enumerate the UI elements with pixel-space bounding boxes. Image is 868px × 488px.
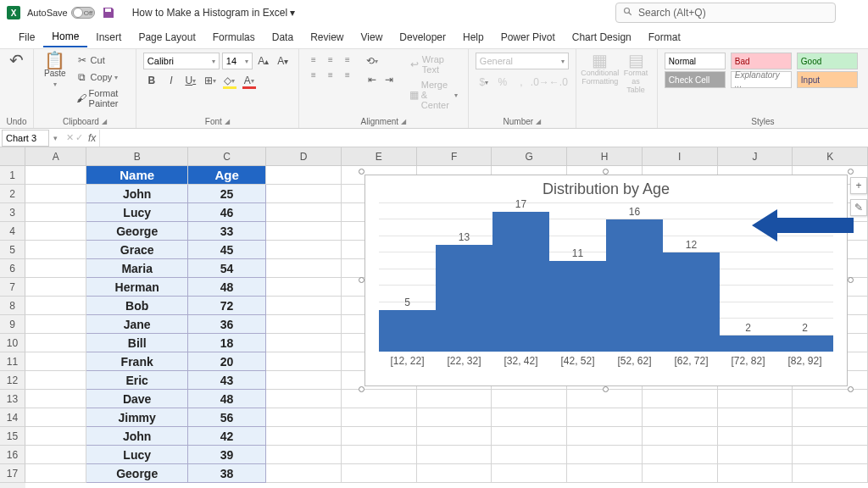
tab-review[interactable]: Review	[302, 28, 352, 47]
cell[interactable]	[342, 446, 417, 464]
cell[interactable]	[266, 278, 342, 297]
cell[interactable]	[492, 464, 567, 483]
tab-insert[interactable]: Insert	[87, 28, 130, 47]
cell[interactable]: John	[86, 427, 187, 446]
format-as-table-button[interactable]: ▤Format as Table	[620, 53, 652, 96]
cell[interactable]	[643, 408, 718, 427]
chart-bar[interactable]: 11	[549, 203, 606, 352]
dec-decimal-button[interactable]: ←.0	[550, 74, 567, 91]
fill-color-button[interactable]: ◇▾	[221, 72, 238, 89]
cell[interactable]: 25	[188, 185, 266, 203]
cell[interactable]	[25, 166, 86, 185]
cell[interactable]: 38	[188, 464, 266, 483]
cell[interactable]	[25, 185, 86, 203]
cell[interactable]	[25, 297, 86, 315]
font-name-select[interactable]: Calibri▾	[143, 53, 220, 69]
cell[interactable]	[342, 427, 417, 446]
dialog-launcher-icon[interactable]: ◢	[102, 118, 107, 125]
cell[interactable]: 42	[188, 427, 266, 446]
wrap-text-button[interactable]: ↩Wrap Text	[406, 53, 461, 76]
cell-style-check-cell[interactable]: Check Cell	[665, 71, 726, 88]
column-header[interactable]: I	[643, 147, 718, 166]
cell[interactable]	[25, 203, 86, 222]
cell[interactable]: 20	[188, 352, 266, 371]
cell[interactable]	[25, 464, 86, 483]
inc-decimal-button[interactable]: .0→	[531, 74, 548, 91]
cell[interactable]	[266, 185, 342, 203]
cell-style-bad[interactable]: Bad	[731, 53, 792, 69]
cell[interactable]	[793, 408, 868, 427]
cell[interactable]: George	[86, 464, 187, 483]
cell[interactable]	[793, 464, 868, 483]
row-header[interactable]: 2	[0, 185, 25, 203]
column-header[interactable]: D	[266, 147, 342, 166]
cell[interactable]	[643, 464, 718, 483]
cell[interactable]: 45	[188, 241, 266, 259]
row-header[interactable]: 15	[0, 427, 25, 446]
cell[interactable]: Age	[188, 166, 266, 185]
cell[interactable]: Lucy	[86, 446, 187, 464]
chart-styles-button[interactable]: ✎	[850, 199, 867, 216]
cell[interactable]	[266, 222, 342, 241]
row-header[interactable]: 10	[0, 334, 25, 352]
currency-button[interactable]: $▾	[476, 74, 492, 91]
autosave-toggle[interactable]: AutoSave Off	[27, 7, 95, 19]
grow-font-button[interactable]: A▴	[255, 53, 272, 69]
cell[interactable]	[266, 259, 342, 278]
cell[interactable]: 48	[188, 390, 266, 408]
cell[interactable]: 39	[188, 446, 266, 464]
spreadsheet-grid[interactable]: 1234567891011121314151617 ABCDEFGHIJK Na…	[0, 147, 868, 488]
column-header[interactable]: A	[25, 147, 86, 166]
cell[interactable]: Lucy	[86, 203, 187, 222]
cell[interactable]	[793, 427, 868, 446]
cell[interactable]	[25, 278, 86, 297]
column-header[interactable]: E	[342, 147, 417, 166]
cell[interactable]	[492, 446, 567, 464]
cell[interactable]	[266, 390, 342, 408]
cell[interactable]: 36	[188, 315, 266, 334]
cell[interactable]: 33	[188, 222, 266, 241]
cell[interactable]	[25, 259, 86, 278]
tab-format[interactable]: Format	[640, 28, 689, 47]
tab-developer[interactable]: Developer	[391, 28, 454, 47]
cell[interactable]	[266, 334, 342, 352]
cell[interactable]	[266, 464, 342, 483]
cell[interactable]	[567, 446, 643, 464]
cell-style-good[interactable]: Good	[797, 53, 858, 69]
cell-style-input[interactable]: Input	[797, 71, 858, 88]
cell[interactable]: Name	[86, 166, 187, 185]
cell[interactable]	[417, 390, 492, 408]
paste-button[interactable]: 📋Paste▾	[41, 53, 70, 90]
cell[interactable]	[567, 464, 643, 483]
tab-home[interactable]: Home	[43, 27, 87, 47]
cell[interactable]	[266, 203, 342, 222]
cell[interactable]	[342, 464, 417, 483]
chart-title[interactable]: Distribution by Age	[365, 180, 847, 198]
font-size-select[interactable]: 14▾	[222, 53, 253, 69]
cell[interactable]: John	[86, 185, 187, 203]
cell[interactable]: 72	[188, 297, 266, 315]
cell[interactable]: 54	[188, 259, 266, 278]
cell[interactable]	[492, 427, 567, 446]
comma-button[interactable]: ,	[513, 74, 530, 91]
tab-file[interactable]: File	[10, 28, 43, 47]
orientation-button[interactable]: ⟲▾	[364, 53, 381, 69]
chart-bar[interactable]: 16	[606, 203, 663, 352]
select-all-corner[interactable]	[0, 147, 25, 166]
cell[interactable]	[266, 241, 342, 259]
row-header[interactable]: 4	[0, 222, 25, 241]
column-header[interactable]: H	[567, 147, 643, 166]
dialog-launcher-icon[interactable]: ◢	[401, 118, 406, 125]
cell[interactable]	[342, 390, 417, 408]
row-header[interactable]: 17	[0, 464, 25, 483]
cell[interactable]	[25, 241, 86, 259]
cell[interactable]	[417, 464, 492, 483]
cell[interactable]	[25, 446, 86, 464]
column-header[interactable]: K	[793, 147, 868, 166]
row-header[interactable]: 16	[0, 446, 25, 464]
cell[interactable]: Bob	[86, 297, 187, 315]
cell[interactable]: Eric	[86, 371, 187, 390]
cell[interactable]	[793, 446, 868, 464]
cell-style-normal[interactable]: Normal	[665, 53, 726, 69]
cell[interactable]	[266, 427, 342, 446]
